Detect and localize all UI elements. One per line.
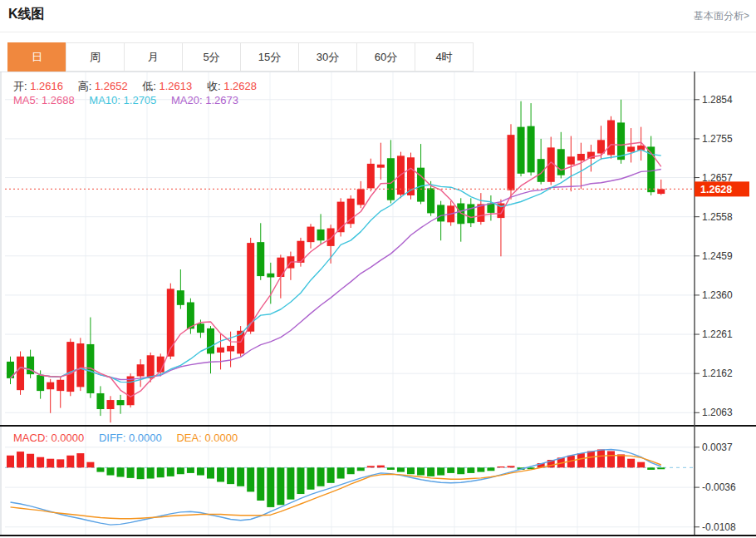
candle — [557, 149, 565, 175]
low-label: 低: — [142, 80, 156, 92]
candle — [357, 189, 365, 205]
macd-legend: MACD: 0.0000 DIFF: 0.0000 DEA: 0.0000 — [13, 432, 249, 444]
candle — [197, 323, 204, 333]
candle — [367, 164, 375, 189]
candle — [307, 227, 315, 243]
open-label: 开: — [13, 80, 27, 92]
candle — [657, 189, 665, 194]
macd-bar — [477, 467, 484, 471]
candle — [177, 290, 184, 305]
ma-legend: MA5: 1.2688 MA10: 1.2705 MA20: 1.2673 — [13, 94, 250, 106]
ma10-value: 1.2705 — [124, 94, 157, 106]
high-value: 1.2652 — [95, 80, 128, 92]
macd-bar — [337, 467, 345, 478]
candle — [347, 199, 355, 224]
macd-bar — [657, 467, 665, 469]
candle — [327, 228, 335, 245]
y-axis-label: 1.2755 — [702, 133, 733, 145]
current-price-value: 1.2628 — [700, 184, 732, 195]
candle — [137, 364, 145, 376]
macd-bar — [597, 449, 605, 467]
candle — [96, 393, 104, 409]
macd-bar — [627, 459, 635, 468]
macd-bar — [417, 467, 425, 475]
candle — [607, 121, 615, 155]
macd-bar — [117, 467, 125, 476]
title-divider — [0, 32, 756, 32]
macd-value: 0.0000 — [52, 432, 85, 444]
macd-bar — [357, 467, 365, 471]
ma10-line — [11, 150, 661, 383]
tab-month[interactable]: 月 — [124, 42, 183, 72]
y-axis-label: 1.2854 — [702, 94, 733, 106]
y-axis-label: 1.2360 — [702, 289, 733, 301]
macd-bar — [607, 451, 615, 467]
candle — [387, 158, 395, 200]
macd-bar — [317, 467, 325, 486]
diff-value: 0.0000 — [129, 432, 162, 444]
y-axis-label: 1.2162 — [702, 368, 733, 379]
candle — [427, 188, 434, 213]
candle — [467, 204, 474, 223]
candle — [76, 343, 84, 387]
candle — [417, 168, 425, 202]
macd-bar — [577, 453, 585, 467]
macd-bar — [187, 467, 194, 473]
tab-5min[interactable]: 5分 — [182, 42, 241, 72]
tab-15min[interactable]: 15分 — [240, 42, 299, 72]
macd-bar — [167, 467, 174, 476]
tab-week[interactable]: 周 — [66, 42, 125, 72]
macd-bar — [347, 467, 355, 474]
macd-label: MACD: — [13, 432, 48, 444]
candle — [17, 357, 24, 390]
page-title: K线图 — [8, 6, 45, 23]
ma20-line — [11, 170, 661, 380]
macd-bar — [437, 467, 444, 475]
macd-bar — [47, 459, 54, 468]
open-value: 1.2616 — [30, 80, 63, 92]
kline-chart-area[interactable]: 1.28541.27551.26571.25581.24591.23601.22… — [0, 72, 756, 538]
macd-hist-layer — [7, 449, 665, 506]
y-axis-label: 1.2063 — [702, 407, 733, 418]
macd-bar — [407, 467, 415, 474]
diff-label: DIFF: — [99, 432, 126, 444]
macd-bar — [207, 467, 214, 478]
macd-bar — [267, 467, 274, 507]
macd-bar — [17, 452, 24, 467]
candle — [597, 140, 605, 153]
dea-label: DEA: — [176, 432, 201, 444]
candle — [528, 126, 535, 173]
macd-bar — [387, 467, 395, 470]
macd-bar — [427, 467, 434, 476]
candle — [377, 165, 385, 168]
ma20-label: MA20: — [171, 94, 203, 106]
candle — [577, 154, 585, 160]
candle — [147, 355, 155, 378]
macd-bar — [227, 467, 234, 484]
ohlc-legend: 开: 1.2616 高: 1.2652 低: 1.2613 收: 1.2628 — [13, 79, 268, 94]
candle — [187, 302, 194, 328]
timeframe-tabs: 日周月5分15分30分60分4时 — [8, 42, 474, 72]
tab-day[interactable]: 日 — [7, 42, 66, 72]
candle — [627, 146, 635, 151]
macd-bar — [397, 467, 405, 471]
kline-chart-svg[interactable]: 1.28541.27551.26571.25581.24591.23601.22… — [0, 72, 756, 538]
ma5-label: MA5: — [13, 94, 38, 106]
candle — [56, 380, 64, 391]
y-axis: 1.28541.27551.26571.25581.24591.23601.22… — [694, 72, 736, 535]
fundamental-analysis-link[interactable]: 基本面分析> — [694, 9, 749, 23]
candle — [257, 242, 264, 276]
tab-30min[interactable]: 30分 — [298, 42, 357, 72]
macd-bar — [66, 456, 74, 468]
tab-60min[interactable]: 60分 — [356, 42, 415, 72]
candle — [37, 375, 44, 391]
y-axis-label: -0.0108 — [702, 521, 736, 533]
macd-bar — [637, 462, 645, 468]
current-price-tag: 1.2628 — [695, 181, 749, 196]
macd-bar — [76, 453, 84, 467]
macd-bar — [197, 467, 204, 475]
macd-bar — [137, 467, 145, 479]
macd-bar — [217, 467, 224, 481]
macd-bar — [617, 454, 625, 467]
tab-4hour[interactable]: 4时 — [415, 42, 474, 72]
